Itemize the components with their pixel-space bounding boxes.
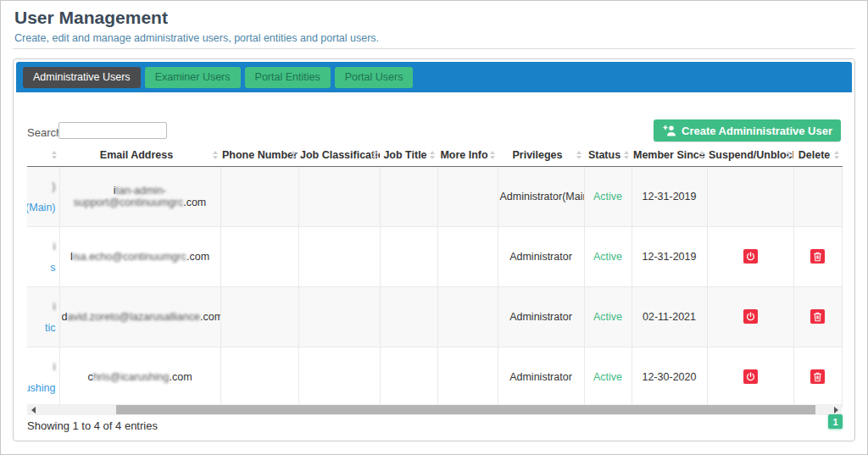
- column-header-status[interactable]: Status: [584, 144, 632, 166]
- user-link-fragment[interactable]: (Main): [27, 200, 56, 214]
- privileges-cell: Administrator: [498, 226, 584, 286]
- sort-arrows-icon[interactable]: [786, 151, 791, 159]
- column-header-label: Status: [588, 149, 620, 161]
- member-since-value: 12-31-2019: [643, 251, 697, 263]
- job-classification-cell: [298, 347, 380, 407]
- sort-arrows-icon[interactable]: [291, 151, 296, 159]
- delete-user-button[interactable]: [810, 249, 825, 264]
- delete-cell: [793, 347, 842, 407]
- user-link-fragment[interactable]: tic: [45, 320, 56, 334]
- power-icon: [746, 252, 755, 261]
- column-header-email-address[interactable]: Email Address: [59, 144, 220, 166]
- header-divider: [13, 48, 855, 49]
- tab-examiner-users[interactable]: Examiner Users: [145, 67, 241, 88]
- left-arrow-icon[interactable]: [27, 404, 39, 415]
- column-header-label: Email Address: [100, 149, 173, 161]
- search-input[interactable]: [58, 122, 167, 139]
- sort-arrows-icon[interactable]: [372, 151, 377, 159]
- email-redacted: isa.echo@continuumgrc: [73, 251, 186, 263]
- power-icon: [746, 372, 755, 381]
- tab-portal-entities[interactable]: Portal Entities: [245, 67, 331, 88]
- status-badge: Active: [593, 311, 622, 323]
- privileges-value: Administrator: [509, 371, 572, 383]
- phone-cell: [220, 347, 298, 407]
- scrollbar-thumb[interactable]: [116, 405, 815, 414]
- user-name-cell: itic: [27, 286, 59, 347]
- column-header-col[interactable]: [27, 144, 59, 166]
- user-link-fragment[interactable]: ushing: [27, 380, 56, 394]
- job-title-cell: [380, 226, 437, 286]
- more-info-cell: [437, 166, 498, 226]
- column-header-more-info[interactable]: More Info: [437, 144, 498, 166]
- email-suffix: .com: [169, 371, 192, 383]
- column-header-label: Phone Number: [222, 149, 298, 161]
- job-classification-cell: [298, 286, 380, 347]
- delete-user-button[interactable]: [810, 309, 825, 324]
- user-management-screen: User Management Create, edit and manage …: [0, 0, 868, 455]
- sort-arrows-icon[interactable]: [624, 151, 629, 159]
- user-name-fragment: i: [45, 299, 56, 313]
- column-header-label: Suspend/Unblock: [709, 149, 793, 161]
- sort-arrows-icon[interactable]: [213, 151, 218, 159]
- column-header-delete[interactable]: Delete: [793, 144, 842, 166]
- privileges-value: Administrator: [509, 311, 572, 323]
- sort-arrows-icon[interactable]: [576, 151, 581, 159]
- column-header-label: Delete: [798, 149, 831, 161]
- suspend-cell: [707, 166, 793, 226]
- tab-bar: Administrative UsersExaminer UsersPortal…: [16, 62, 852, 92]
- user-link-fragment[interactable]: s: [50, 260, 55, 274]
- sort-arrows-icon[interactable]: [699, 151, 704, 159]
- email-suffix: .com: [183, 197, 206, 208]
- privileges-cell: Administrator: [498, 286, 584, 347]
- user-name-fragment: i: [27, 359, 56, 373]
- column-header-phone-number[interactable]: Phone Number: [220, 144, 298, 166]
- sort-arrows-icon[interactable]: [490, 151, 495, 159]
- job-classification-cell: [298, 166, 380, 226]
- user-name-cell: )(Main): [27, 166, 59, 226]
- sort-arrows-icon[interactable]: [834, 151, 839, 159]
- users-table: Email AddressPhone NumberJob Classificat…: [27, 144, 843, 408]
- email-cell: chris@icarushing.com: [59, 347, 220, 407]
- column-header-label: Privileges: [512, 149, 562, 161]
- more-info-cell: [437, 286, 498, 347]
- email-redacted: hris@icarushing: [93, 371, 170, 383]
- column-header-privileges[interactable]: Privileges: [498, 144, 584, 166]
- tab-administrative-users[interactable]: Administrative Users: [23, 67, 141, 88]
- column-header-job-classification[interactable]: Job Classification: [298, 144, 380, 166]
- privileges-value: Administrator(Main): [500, 191, 585, 203]
- email-suffix: .com: [200, 311, 220, 323]
- horizontal-scrollbar[interactable]: [27, 404, 842, 415]
- suspend-user-button[interactable]: [743, 249, 758, 264]
- delete-cell: [793, 166, 842, 226]
- phone-cell: [220, 286, 298, 347]
- suspend-cell: [707, 286, 793, 347]
- user-row: iticdavid.zoreto@lazarusalliance.comAdmi…: [27, 286, 842, 347]
- delete-user-button[interactable]: [810, 369, 825, 384]
- suspend-user-button[interactable]: [743, 369, 758, 384]
- pagination-page-1[interactable]: 1: [828, 414, 843, 429]
- column-header-job-title[interactable]: Job Title: [380, 144, 437, 166]
- privileges-value: Administrator: [509, 251, 572, 263]
- member-since-cell: 12-31-2019: [632, 166, 707, 226]
- job-title-cell: [380, 347, 437, 407]
- sort-arrows-icon[interactable]: [430, 151, 435, 159]
- suspend-cell: [707, 226, 793, 286]
- user-row: islisa.echo@continuumgrc.comAdministrato…: [27, 226, 842, 286]
- page-subtitle: Create, edit and manage administrative u…: [14, 32, 379, 44]
- user-row: )(Main)itan-admin-support@continuumgrc.c…: [27, 166, 842, 226]
- email-suffix: .com: [186, 251, 209, 263]
- status-cell: Active: [584, 226, 632, 286]
- sort-arrows-icon[interactable]: [52, 151, 57, 159]
- column-header-member-since[interactable]: Member Since: [632, 144, 707, 166]
- user-management-panel: Administrative UsersExaminer UsersPortal…: [13, 58, 855, 441]
- create-administrative-user-button[interactable]: Create Admininistrative User: [654, 119, 841, 141]
- more-info-cell: [437, 347, 498, 407]
- status-badge: Active: [593, 191, 622, 203]
- trash-icon: [813, 372, 822, 382]
- tab-portal-users[interactable]: Portal Users: [335, 67, 414, 88]
- email-redacted: tan-admin-support@continuumgrc: [74, 185, 183, 208]
- member-since-value: 12-31-2019: [643, 191, 697, 203]
- column-header-suspend-unblock[interactable]: Suspend/Unblock: [707, 144, 793, 166]
- email-cell: itan-admin-support@continuumgrc.com: [59, 166, 220, 226]
- suspend-user-button[interactable]: [743, 309, 758, 324]
